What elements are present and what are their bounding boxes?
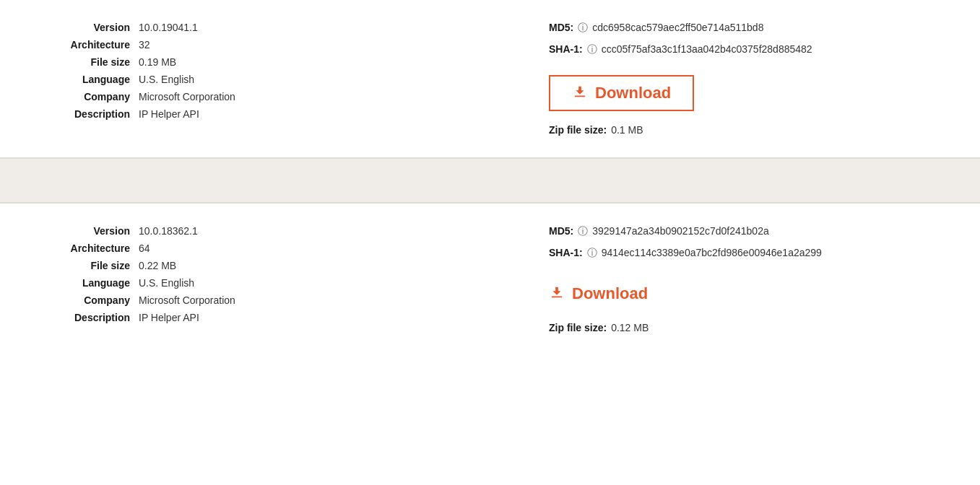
sha1-label-1: SHA-1: — [549, 43, 583, 55]
company-value-1: Microsoft Corporation — [139, 91, 235, 102]
architecture-label-1: Architecture — [43, 39, 130, 51]
sha1-label-2: SHA-1: — [549, 247, 583, 258]
description-label-1: Description — [43, 108, 130, 120]
version-value-1: 10.0.19041.1 — [139, 22, 198, 33]
file-entry-1: Version 10.0.19041.1 Architecture 32 Fil… — [0, 0, 980, 157]
version-label-2: Version — [43, 225, 130, 237]
download-icon-2 — [549, 284, 565, 303]
right-info-1: MD5: ⓘ cdc6958cac579aec2ff50e714a511bd8 … — [347, 22, 937, 136]
language-value-2: U.S. English — [139, 277, 194, 289]
svg-rect-0 — [575, 96, 586, 97]
zip-size-row-1: Zip file size: 0.1 MB — [549, 124, 937, 136]
md5-value-1: cdc6958cac579aec2ff50e714a511bd8 — [592, 22, 763, 33]
description-row-2: Description IP Helper API — [43, 312, 347, 323]
company-row-1: Company Microsoft Corporation — [43, 91, 347, 102]
right-info-2: MD5: ⓘ 3929147a2a34b0902152c7d0f241b02a … — [347, 225, 937, 333]
download-button-2[interactable]: Download — [549, 279, 648, 309]
left-info-1: Version 10.0.19041.1 Architecture 32 Fil… — [43, 22, 347, 136]
language-row-2: Language U.S. English — [43, 277, 347, 289]
language-value-1: U.S. English — [139, 74, 194, 85]
md5-help-icon-1[interactable]: ⓘ — [578, 22, 588, 35]
company-row-2: Company Microsoft Corporation — [43, 294, 347, 306]
version-row-2: Version 10.0.18362.1 — [43, 225, 347, 237]
zip-size-value-1: 0.1 MB — [611, 124, 643, 136]
zip-size-value-2: 0.12 MB — [611, 322, 649, 333]
version-value-2: 10.0.18362.1 — [139, 225, 198, 237]
architecture-label-2: Architecture — [43, 242, 130, 254]
sha1-help-icon-1[interactable]: ⓘ — [587, 43, 597, 56]
description-value-1: IP Helper API — [139, 108, 199, 120]
sha1-row-1: SHA-1: ⓘ ccc05f75af3a3c1f13aa042b4c0375f… — [549, 43, 937, 56]
md5-help-icon-2[interactable]: ⓘ — [578, 225, 588, 238]
company-label-1: Company — [43, 91, 130, 102]
sha1-row-2: SHA-1: ⓘ 9414ec114c3389e0a7bc2fd986e0094… — [549, 247, 937, 260]
language-label-2: Language — [43, 277, 130, 289]
left-info-2: Version 10.0.18362.1 Architecture 64 Fil… — [43, 225, 347, 333]
filesize-value-1: 0.19 MB — [139, 56, 176, 68]
language-label-1: Language — [43, 74, 130, 85]
md5-label-1: MD5: — [549, 22, 573, 33]
architecture-row-2: Architecture 64 — [43, 242, 347, 254]
architecture-row-1: Architecture 32 — [43, 39, 347, 51]
filesize-row-2: File size 0.22 MB — [43, 260, 347, 271]
version-row-1: Version 10.0.19041.1 — [43, 22, 347, 33]
svg-rect-1 — [552, 297, 563, 298]
zip-size-label-2: Zip file size: — [549, 322, 607, 333]
filesize-label-2: File size — [43, 260, 130, 271]
md5-label-2: MD5: — [549, 225, 573, 237]
filesize-label-1: File size — [43, 56, 130, 68]
download-icon-1 — [572, 84, 588, 102]
zip-size-row-2: Zip file size: 0.12 MB — [549, 322, 937, 333]
md5-row-2: MD5: ⓘ 3929147a2a34b0902152c7d0f241b02a — [549, 225, 937, 238]
file-entry-2: Version 10.0.18362.1 Architecture 64 Fil… — [0, 204, 980, 355]
company-label-2: Company — [43, 294, 130, 306]
description-value-2: IP Helper API — [139, 312, 199, 323]
version-label-1: Version — [43, 22, 130, 33]
download-label-1: Download — [595, 84, 671, 102]
download-button-1[interactable]: Download — [549, 75, 694, 111]
sha1-value-2: 9414ec114c3389e0a7bc2fd986e00946e1a2a299 — [602, 247, 822, 258]
zip-size-label-1: Zip file size: — [549, 124, 607, 136]
md5-row-1: MD5: ⓘ cdc6958cac579aec2ff50e714a511bd8 — [549, 22, 937, 35]
description-label-2: Description — [43, 312, 130, 323]
md5-value-2: 3929147a2a34b0902152c7d0f241b02a — [592, 225, 768, 237]
architecture-value-2: 64 — [139, 242, 150, 254]
sha1-help-icon-2[interactable]: ⓘ — [587, 247, 597, 260]
separator-band — [0, 159, 980, 202]
description-row-1: Description IP Helper API — [43, 108, 347, 120]
language-row-1: Language U.S. English — [43, 74, 347, 85]
company-value-2: Microsoft Corporation — [139, 294, 235, 306]
download-label-2: Download — [572, 284, 648, 303]
architecture-value-1: 32 — [139, 39, 150, 51]
sha1-value-1: ccc05f75af3a3c1f13aa042b4c0375f28d885482 — [602, 43, 812, 55]
filesize-value-2: 0.22 MB — [139, 260, 176, 271]
filesize-row-1: File size 0.19 MB — [43, 56, 347, 68]
